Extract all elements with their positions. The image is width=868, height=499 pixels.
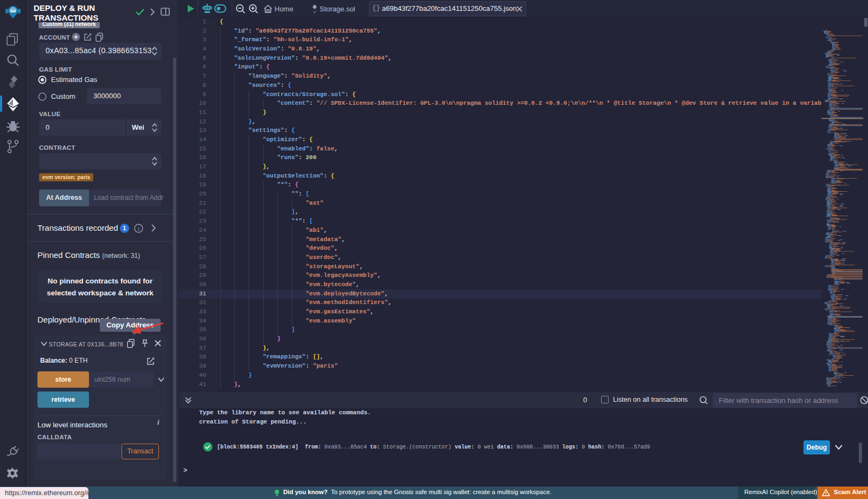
svg-text:i: i <box>138 226 139 232</box>
